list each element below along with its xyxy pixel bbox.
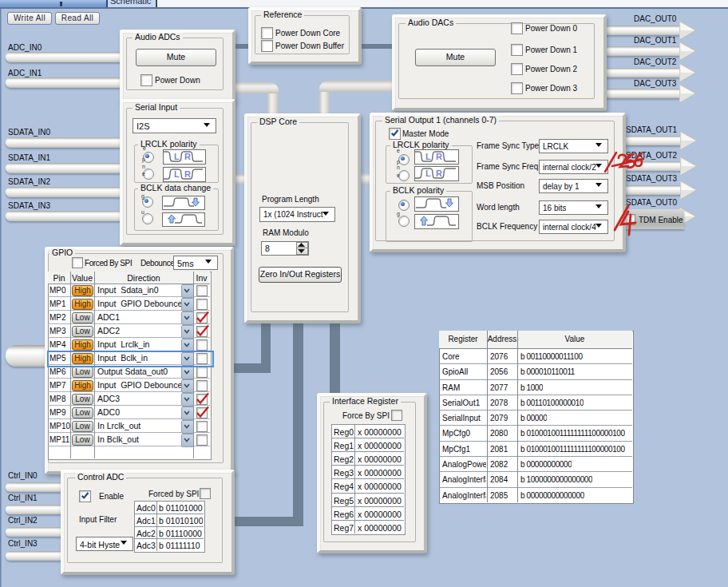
svg-text:L: L [425,152,431,161]
svg-text:L: L [425,169,431,178]
svg-text:R: R [436,152,442,161]
svg-text:R: R [436,169,442,178]
svg-text:L: L [174,169,180,179]
svg-text:L: L [174,152,180,161]
svg-text:R: R [184,152,191,161]
svg-text:R: R [184,169,191,179]
